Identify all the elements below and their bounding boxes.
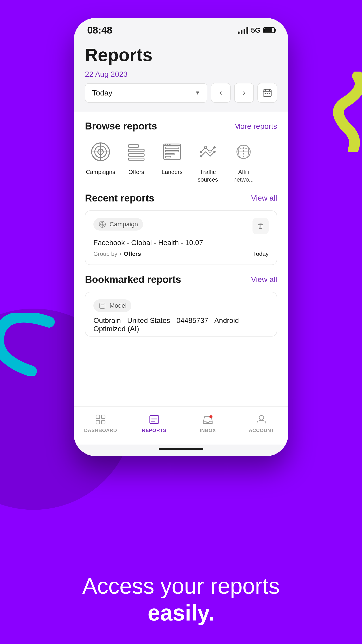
svg-rect-50 [101, 420, 105, 424]
landers-icon [159, 138, 185, 165]
bookmarked-report-card-1[interactable]: Model Outbrain - United States - 0448573… [85, 292, 277, 336]
svg-rect-22 [165, 156, 171, 158]
svg-rect-47 [96, 415, 100, 418]
bottom-nav: DASHBOARD REPORTS [74, 406, 288, 444]
svg-rect-49 [96, 420, 100, 424]
report-icon-traffic-sources[interactable]: Traffic sources [192, 138, 223, 184]
recent-reports-header: Recent reports View all [85, 192, 277, 204]
browse-reports-title: Browse reports [85, 120, 157, 132]
svg-rect-48 [101, 415, 105, 418]
account-label: ACCOUNT [249, 428, 274, 433]
nav-dashboard[interactable]: DASHBOARD [74, 411, 127, 436]
svg-rect-20 [165, 150, 179, 152]
dropdown-arrow-icon: ▼ [195, 90, 200, 96]
bookmarked-card-header: Model [93, 300, 269, 312]
svg-rect-5 [267, 93, 268, 94]
report-icon-landers[interactable]: Landers [156, 138, 188, 184]
date-dropdown[interactable]: Today ▼ [85, 83, 207, 103]
svg-point-30 [213, 151, 216, 153]
badge-label-model: Model [109, 302, 126, 309]
svg-rect-3 [269, 89, 270, 91]
offers-icon [123, 138, 150, 165]
footer-line1: Access your reports [0, 572, 362, 599]
svg-point-28 [200, 155, 202, 158]
svg-rect-19 [165, 147, 179, 149]
bg-decoration-lime-squiggle [317, 72, 362, 152]
inbox-label: INBOX [200, 428, 216, 433]
recent-reports-view-all[interactable]: View all [251, 194, 277, 202]
svg-rect-15 [128, 149, 144, 152]
badge-label-campaign: Campaign [109, 221, 138, 228]
svg-rect-21 [165, 154, 174, 155]
report-card-header: Campaign [93, 218, 269, 234]
traffic-sources-label: Traffic sources [198, 168, 218, 184]
nav-account[interactable]: ACCOUNT [235, 411, 288, 436]
footer-text: Access your reports easily. [0, 572, 362, 626]
battery-icon [263, 27, 275, 33]
svg-rect-4 [265, 93, 266, 94]
reports-icon [148, 413, 160, 426]
home-indicator [74, 444, 288, 456]
bookmarked-reports-title: Bookmarked reports [85, 274, 181, 285]
next-button[interactable]: › [234, 83, 254, 103]
report-meta-group-by: Group by • Offers [93, 250, 141, 258]
signal-icon [238, 26, 248, 34]
network-type: 5G [251, 26, 261, 34]
offers-label: Offers [128, 168, 144, 176]
svg-rect-2 [265, 89, 266, 91]
phone-frame: 08:48 5G Reports 22 Aug 2023 Today ▼ [74, 18, 288, 456]
svg-point-32 [209, 151, 211, 153]
svg-point-24 [165, 144, 166, 145]
status-time: 08:48 [87, 24, 112, 36]
svg-rect-51 [150, 416, 159, 424]
affiliate-label: Affilinetwo... [233, 168, 254, 184]
report-meta-date: Today [253, 250, 269, 258]
status-icons: 5G [238, 26, 275, 34]
campaign-badge: Campaign [93, 218, 143, 230]
svg-text:!: ! [211, 416, 211, 418]
affiliate-icon [230, 138, 257, 165]
prev-button[interactable]: ‹ [211, 83, 231, 103]
bookmarked-view-all[interactable]: View all [251, 275, 277, 284]
svg-point-29 [213, 146, 216, 148]
campaigns-icon [87, 138, 114, 165]
report-card-meta: Group by • Offers Today [93, 250, 269, 258]
report-icon-affiliate[interactable]: Affilinetwo... [228, 138, 259, 184]
campaigns-label: Campaigns [86, 168, 115, 176]
bookmarked-reports-header: Bookmarked reports View all [85, 274, 277, 285]
report-icon-offers[interactable]: Offers [121, 138, 152, 184]
recent-reports-title: Recent reports [85, 192, 154, 204]
scroll-content: Browse reports More reports [74, 112, 288, 406]
bookmarked-reports-section: Bookmarked reports View all Model [74, 274, 288, 336]
report-icon-campaigns[interactable]: Campaigns [85, 138, 116, 184]
svg-rect-6 [269, 93, 270, 94]
more-reports-link[interactable]: More reports [234, 122, 277, 130]
model-badge: Model [93, 300, 131, 312]
status-bar: 08:48 5G [74, 18, 288, 38]
nav-inbox[interactable]: ! INBOX [181, 411, 235, 436]
dashboard-icon [94, 413, 107, 426]
svg-rect-17 [128, 158, 144, 160]
svg-rect-16 [128, 154, 144, 156]
svg-point-57 [259, 416, 264, 420]
delete-button[interactable] [253, 218, 269, 234]
browse-icons-list: Campaigns Offers [85, 138, 277, 184]
page-title: Reports [85, 45, 277, 65]
traffic-sources-icon [194, 138, 221, 165]
calendar-button[interactable] [257, 83, 277, 103]
nav-reports[interactable]: REPORTS [127, 411, 181, 436]
recent-reports-section: Recent reports View all [74, 192, 288, 265]
footer-line2: easily. [0, 599, 362, 626]
landers-label: Landers [162, 168, 183, 176]
reports-label: REPORTS [142, 428, 166, 433]
bookmarked-report-title: Outbrain - United States - 04485737 - An… [93, 316, 269, 333]
dashboard-label: DASHBOARD [84, 428, 117, 433]
date-controls: Today ▼ ‹ › [85, 83, 277, 103]
svg-point-26 [169, 144, 170, 145]
browse-reports-section: Browse reports More reports [74, 120, 288, 184]
svg-point-31 [204, 146, 207, 148]
phone-content: Reports 22 Aug 2023 Today ▼ ‹ › [74, 38, 288, 456]
date-label: 22 Aug 2023 [85, 70, 277, 78]
recent-report-card-1[interactable]: Campaign Facebook - Global - Health - 10… [85, 210, 277, 265]
bg-decoration-teal-arc [0, 313, 80, 376]
